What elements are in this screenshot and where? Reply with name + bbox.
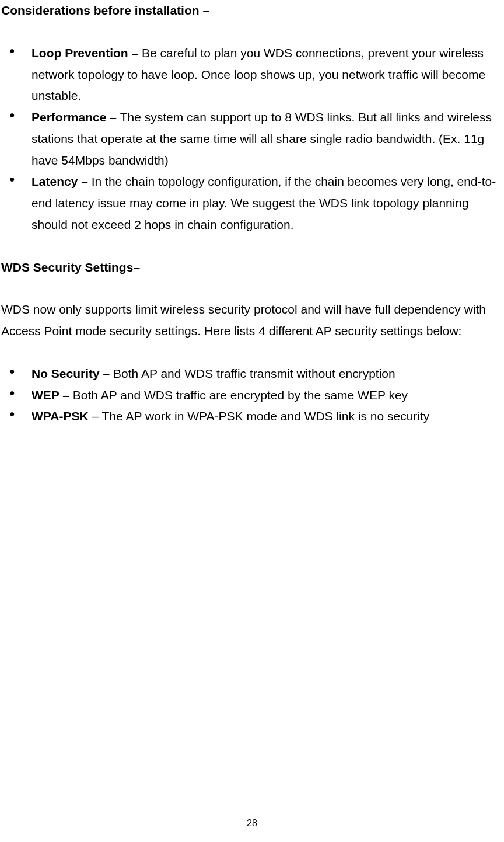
item-label: WEP – (32, 388, 73, 402)
item-label: Loop Prevention – (32, 46, 142, 60)
item-label: No Security – (32, 367, 113, 380)
document-page: Considerations before installation – Loo… (0, 0, 504, 842)
item-text: – The AP work in WPA-PSK mode and WDS li… (92, 409, 429, 423)
list-item: Loop Prevention – Be careful to plan you… (1, 43, 504, 107)
item-label: Latency – (32, 175, 92, 188)
item-label: WPA-PSK (32, 409, 92, 423)
item-text: Both AP and WDS traffic are encrypted by… (73, 388, 408, 402)
list-considerations: Loop Prevention – Be careful to plan you… (1, 43, 504, 236)
list-item: Latency – In the chain topology configur… (1, 171, 504, 235)
list-item: No Security – Both AP and WDS traffic tr… (1, 363, 504, 385)
item-text: In the chain topology configuration, if … (32, 175, 496, 231)
heading-wds-security: WDS Security Settings– (1, 257, 504, 279)
item-label: Performance – (32, 110, 120, 124)
list-item: WPA-PSK – The AP work in WPA-PSK mode an… (1, 406, 504, 427)
paragraph-wds-intro: WDS now only supports limit wireless sec… (1, 299, 504, 342)
item-text: Both AP and WDS traffic transmit without… (113, 367, 396, 380)
heading-considerations: Considerations before installation – (1, 0, 504, 22)
list-item: Performance – The system can support up … (1, 107, 504, 171)
list-security-settings: No Security – Both AP and WDS traffic tr… (1, 363, 504, 427)
list-item: WEP – Both AP and WDS traffic are encryp… (1, 385, 504, 406)
page-number: 28 (0, 815, 504, 831)
